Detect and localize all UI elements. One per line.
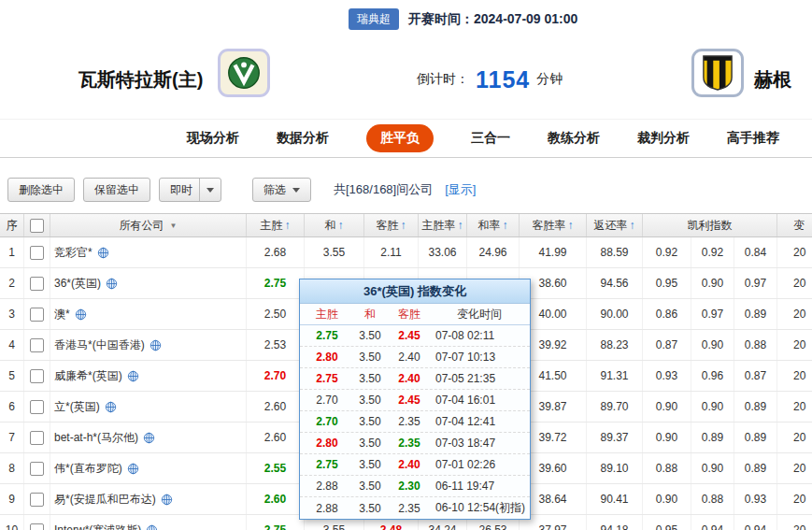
keep-selected-button[interactable]: 保留选中 bbox=[83, 178, 150, 202]
company-name-cell[interactable]: 威廉希*(英国) bbox=[50, 361, 247, 391]
home-odds-cell[interactable]: 2.60 bbox=[247, 423, 305, 452]
column-header-draw[interactable]: 和↑ bbox=[305, 214, 364, 236]
home-odds-cell[interactable]: 2.60 bbox=[247, 484, 305, 514]
row-checkbox[interactable] bbox=[30, 369, 44, 383]
globe-icon[interactable] bbox=[97, 247, 109, 259]
column-header-company[interactable]: 所有公司▼ bbox=[50, 214, 247, 236]
show-link[interactable]: [显示] bbox=[445, 181, 476, 198]
sort-arrow-icon[interactable]: ↑ bbox=[338, 219, 344, 232]
home-odds-cell[interactable]: 2.50 bbox=[247, 299, 305, 329]
popup-draw-odds: 3.50 bbox=[352, 394, 388, 407]
return-rate-cell: 94.18 bbox=[587, 515, 643, 530]
row-seq: 7 bbox=[0, 423, 24, 452]
nav-tab-5[interactable]: 教练分析 bbox=[548, 130, 600, 147]
row-checkbox[interactable] bbox=[30, 277, 44, 291]
globe-icon[interactable] bbox=[75, 308, 87, 321]
company-name-cell[interactable]: 伟*(直布罗陀) bbox=[50, 453, 247, 483]
globe-icon[interactable] bbox=[143, 432, 155, 444]
home-odds-cell[interactable]: 2.70 bbox=[247, 361, 305, 391]
globe-icon[interactable] bbox=[150, 339, 162, 351]
company-name-cell[interactable]: Interw*(塞浦路斯) bbox=[50, 515, 247, 530]
change-time-cell: 20 bbox=[777, 423, 812, 452]
row-checkbox[interactable] bbox=[30, 400, 44, 414]
row-checkbox[interactable] bbox=[30, 493, 44, 507]
column-header-away-rate[interactable]: 客胜率↑ bbox=[520, 214, 587, 236]
company-name-text[interactable]: bet-at-h*(马尔他) bbox=[54, 430, 138, 446]
sort-arrow-icon[interactable]: ↑ bbox=[630, 219, 635, 232]
popup-away-odds: 2.40 bbox=[388, 351, 431, 364]
row-select-cell bbox=[24, 268, 50, 298]
column-header-home-rate[interactable]: 主胜率↑ bbox=[419, 214, 467, 236]
home-odds-cell[interactable]: 2.75 bbox=[247, 268, 305, 298]
column-header-away[interactable]: 客胜↑ bbox=[364, 214, 419, 236]
column-header-return-rate[interactable]: 返还率↑ bbox=[587, 214, 643, 236]
company-name-cell[interactable]: 香港马*(中国香港) bbox=[50, 330, 247, 360]
globe-icon[interactable] bbox=[146, 524, 158, 530]
home-odds-cell[interactable]: 2.53 bbox=[247, 330, 305, 360]
company-name-cell[interactable]: 立*(英国) bbox=[50, 392, 247, 422]
sort-arrow-icon[interactable]: ↑ bbox=[285, 219, 291, 232]
company-name-text[interactable]: 竞彩官* bbox=[54, 245, 93, 261]
change-time-cell: 20 bbox=[777, 392, 812, 422]
column-header-draw-rate[interactable]: 和率↑ bbox=[467, 214, 520, 236]
globe-icon[interactable] bbox=[105, 401, 117, 413]
popup-draw-odds: 3.50 bbox=[352, 458, 388, 471]
company-name-text[interactable]: 立*(英国) bbox=[54, 399, 100, 415]
home-odds-cell[interactable]: 2.75 bbox=[247, 515, 305, 530]
sort-arrow-icon[interactable]: ↑ bbox=[568, 219, 574, 232]
column-header-home[interactable]: 主胜↑ bbox=[247, 214, 305, 236]
live-dropdown-caret[interactable] bbox=[199, 179, 214, 201]
delete-selected-button[interactable]: 删除选中 bbox=[7, 178, 75, 202]
select-all-checkbox[interactable] bbox=[30, 219, 44, 233]
kelly-index-2-cell: 0.90 bbox=[691, 392, 734, 422]
nav-tab-3[interactable]: 胜平负 bbox=[366, 124, 434, 152]
company-name-cell[interactable]: 竞彩官* bbox=[50, 237, 247, 267]
home-odds-cell[interactable]: 2.60 bbox=[247, 392, 305, 422]
popup-odds-row: 2.703.502.4507-04 16:01 bbox=[300, 390, 530, 411]
company-name-text[interactable]: Interw*(塞浦路斯) bbox=[54, 523, 141, 530]
company-name-text[interactable]: 威廉希*(英国) bbox=[54, 368, 122, 384]
sort-arrow-icon[interactable]: ↑ bbox=[458, 219, 463, 232]
popup-column-header-1: 主胜 bbox=[302, 307, 352, 322]
company-name-cell[interactable]: 易*(安提瓜和巴布达) bbox=[50, 484, 247, 514]
company-name-cell[interactable]: bet-at-h*(马尔他) bbox=[50, 423, 247, 452]
company-name-text[interactable]: 澳* bbox=[54, 307, 70, 322]
nav-tab-7[interactable]: 高手推荐 bbox=[727, 130, 779, 147]
row-select-cell bbox=[24, 361, 50, 391]
sort-arrow-icon[interactable]: ↑ bbox=[401, 219, 406, 232]
row-checkbox[interactable] bbox=[30, 523, 44, 530]
nav-tab-2[interactable]: 数据分析 bbox=[277, 130, 329, 147]
live-odds-label: 即时 bbox=[170, 182, 192, 198]
row-checkbox[interactable] bbox=[30, 338, 44, 352]
company-name-text[interactable]: 伟*(直布罗陀) bbox=[54, 461, 122, 477]
live-odds-dropdown[interactable]: 即时 bbox=[159, 178, 221, 202]
company-name-cell[interactable]: 36*(英国) bbox=[50, 268, 247, 298]
row-checkbox[interactable] bbox=[30, 246, 44, 260]
globe-icon[interactable] bbox=[127, 463, 139, 475]
company-name-text[interactable]: 易*(安提瓜和巴布达) bbox=[54, 492, 156, 508]
row-checkbox[interactable] bbox=[30, 462, 44, 476]
row-checkbox[interactable] bbox=[30, 308, 44, 322]
draw-odds-cell[interactable]: 3.55 bbox=[305, 237, 364, 267]
globe-icon[interactable] bbox=[106, 278, 118, 290]
company-name-text[interactable]: 36*(英国) bbox=[54, 276, 101, 292]
company-name-cell[interactable]: 澳* bbox=[50, 299, 247, 329]
nav-tab-6[interactable]: 裁判分析 bbox=[637, 130, 690, 147]
filter-dropdown[interactable]: 筛选 bbox=[252, 178, 311, 202]
kelly-index-1-cell: 0.92 bbox=[643, 237, 691, 267]
odds-change-popup: 36*(英国) 指数变化 主胜和客胜变化时间2.753.502.4507-08 … bbox=[299, 279, 531, 520]
filter-caret-icon[interactable]: ▼ bbox=[170, 222, 178, 230]
popup-draw-odds: 3.50 bbox=[352, 415, 388, 428]
globe-icon[interactable] bbox=[127, 370, 139, 382]
league-badge[interactable]: 瑞典超 bbox=[349, 8, 399, 30]
nav-tab-1[interactable]: 现场分析 bbox=[187, 130, 239, 147]
row-checkbox[interactable] bbox=[30, 431, 44, 445]
company-name-text[interactable]: 香港马*(中国香港) bbox=[54, 337, 145, 353]
home-odds-cell[interactable]: 2.55 bbox=[247, 453, 305, 483]
nav-tab-4[interactable]: 三合一 bbox=[471, 130, 510, 147]
home-odds-cell[interactable]: 2.68 bbox=[247, 237, 305, 267]
away-odds-cell[interactable]: 2.11 bbox=[364, 237, 419, 267]
sort-arrow-icon[interactable]: ↑ bbox=[503, 219, 508, 232]
globe-icon[interactable] bbox=[161, 494, 173, 506]
return-rate-cell: 89.70 bbox=[587, 392, 643, 422]
